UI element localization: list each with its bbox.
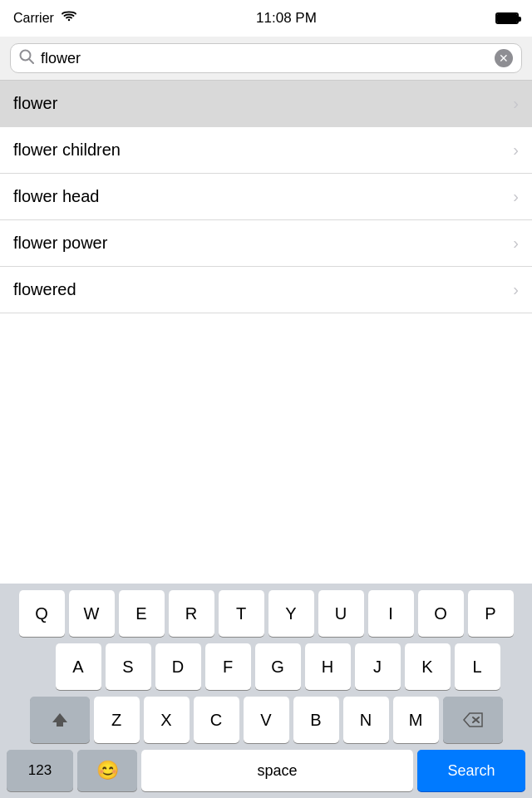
suggestion-item[interactable]: flowered› bbox=[0, 267, 532, 313]
chevron-right-icon: › bbox=[513, 94, 519, 113]
key-a[interactable]: A bbox=[56, 643, 101, 690]
suggestion-text: flower head bbox=[13, 187, 99, 206]
search-input[interactable] bbox=[41, 50, 488, 67]
key-p[interactable]: P bbox=[468, 590, 514, 637]
key-d[interactable]: D bbox=[155, 643, 201, 690]
key-b[interactable]: B bbox=[293, 697, 339, 743]
search-icon bbox=[19, 49, 34, 67]
status-bar-time: 11:08 PM bbox=[256, 10, 317, 27]
key-q[interactable]: Q bbox=[19, 590, 65, 637]
key-u[interactable]: U bbox=[318, 590, 364, 637]
keyboard: QWERTYUIOPASDFGHJKLZXCVBNM123😊spaceSearc… bbox=[0, 584, 532, 798]
search-key[interactable]: Search bbox=[417, 750, 525, 791]
status-bar-left: Carrier bbox=[13, 11, 77, 26]
key-r[interactable]: R bbox=[169, 590, 214, 637]
suggestion-text: flower children bbox=[13, 140, 121, 160]
emoji-key[interactable]: 😊 bbox=[77, 750, 137, 791]
battery-icon bbox=[495, 12, 519, 24]
chevron-right-icon: › bbox=[513, 234, 519, 253]
chevron-right-icon: › bbox=[513, 140, 519, 160]
chevron-right-icon: › bbox=[513, 187, 519, 206]
key-m[interactable]: M bbox=[393, 697, 439, 743]
key-y[interactable]: Y bbox=[268, 590, 314, 637]
svg-marker-2 bbox=[52, 713, 67, 727]
status-bar: Carrier 11:08 PM bbox=[0, 0, 532, 37]
key-l[interactable]: L bbox=[455, 643, 500, 690]
carrier-label: Carrier bbox=[13, 11, 54, 26]
status-bar-right bbox=[495, 12, 519, 24]
key-w[interactable]: W bbox=[69, 590, 115, 637]
keyboard-row-2: ASDFGHJKL bbox=[3, 643, 529, 690]
svg-line-1 bbox=[29, 59, 33, 63]
suggestion-item[interactable]: flower children› bbox=[0, 127, 532, 174]
key-h[interactable]: H bbox=[305, 643, 351, 690]
suggestion-text: flowered bbox=[13, 280, 76, 299]
key-o[interactable]: O bbox=[418, 590, 464, 637]
clear-button[interactable]: ✕ bbox=[495, 49, 513, 67]
keyboard-bottom-row: 123😊spaceSearch bbox=[3, 750, 529, 791]
key-v[interactable]: V bbox=[244, 697, 289, 743]
key-i[interactable]: I bbox=[368, 590, 414, 637]
keyboard-row-1: QWERTYUIOP bbox=[3, 590, 529, 637]
key-s[interactable]: S bbox=[106, 643, 151, 690]
key-g[interactable]: G bbox=[255, 643, 301, 690]
key-t[interactable]: T bbox=[219, 590, 264, 637]
keyboard-row-3: ZXCVBNM bbox=[3, 697, 529, 743]
suggestion-text: flower power bbox=[13, 234, 107, 253]
key-z[interactable]: Z bbox=[94, 697, 140, 743]
key-x[interactable]: X bbox=[144, 697, 190, 743]
wifi-icon bbox=[61, 11, 77, 26]
suggestion-item[interactable]: flower head› bbox=[0, 174, 532, 220]
key-f[interactable]: F bbox=[205, 643, 251, 690]
key-k[interactable]: K bbox=[405, 643, 451, 690]
shift-key[interactable] bbox=[30, 697, 90, 743]
key-n[interactable]: N bbox=[343, 697, 389, 743]
key-e[interactable]: E bbox=[119, 590, 165, 637]
search-bar: ✕ bbox=[10, 43, 522, 73]
suggestion-item[interactable]: flower power› bbox=[0, 220, 532, 267]
numbers-key[interactable]: 123 bbox=[7, 750, 73, 791]
suggestion-text: flower bbox=[13, 94, 57, 113]
delete-key[interactable] bbox=[443, 697, 503, 743]
search-bar-container: ✕ bbox=[0, 37, 532, 81]
key-j[interactable]: J bbox=[355, 643, 401, 690]
chevron-right-icon: › bbox=[513, 280, 519, 299]
suggestion-item[interactable]: flower› bbox=[0, 81, 532, 127]
suggestions-list: flower›flower children›flower head›flowe… bbox=[0, 81, 532, 313]
space-key[interactable]: space bbox=[141, 750, 413, 791]
key-c[interactable]: C bbox=[194, 697, 239, 743]
